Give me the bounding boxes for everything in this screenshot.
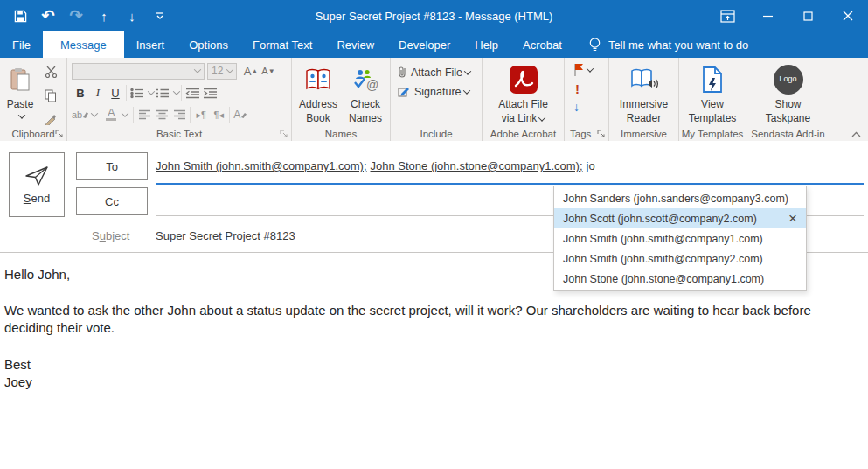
signature-icon: [398, 86, 410, 98]
low-importance-button[interactable]: ↓: [573, 100, 580, 114]
autocomplete-item[interactable]: John Stone (john.stone@company1.com): [554, 269, 806, 289]
grow-font-button[interactable]: A▲: [242, 62, 260, 80]
follow-up-flag-button[interactable]: [573, 63, 593, 77]
to-field[interactable]: John Smith (john.smith@company1.com);Joh…: [156, 159, 595, 172]
attach-file-chevron: [464, 67, 471, 74]
font-name-select[interactable]: [72, 63, 205, 80]
ltr-paragraph-button[interactable]: ▸¶: [192, 106, 210, 123]
underline-button[interactable]: U: [107, 84, 124, 102]
rtl-paragraph-button[interactable]: ¶◂: [210, 106, 227, 123]
close-button[interactable]: [828, 0, 868, 32]
ribbon-group-basic-text: 12 A▲ A▼ B I U: [67, 58, 292, 141]
tab-options[interactable]: Options: [177, 32, 240, 58]
autocomplete-item[interactable]: John Sanders (john.sanders@company3.com): [554, 188, 806, 208]
ribbon-tab-row: File Message Insert Options Format Text …: [0, 32, 868, 58]
save-icon[interactable]: [12, 8, 28, 24]
font-color-chevron: [122, 109, 128, 116]
align-center-button[interactable]: [153, 106, 170, 123]
to-button[interactable]: To: [76, 152, 148, 180]
numbering-button[interactable]: [154, 84, 171, 102]
tab-review[interactable]: Review: [324, 32, 386, 58]
ribbon-group-sendasta: Logo Show Taskpane Sendasta Add-in: [746, 58, 830, 141]
cc-button[interactable]: Cc: [76, 187, 148, 215]
svg-text:@: @: [366, 78, 378, 92]
autocomplete-dropdown: John Sanders (john.sanders@company3.com)…: [553, 186, 807, 291]
quick-access-toolbar: ↶ ↷ ↑ ↓: [0, 8, 168, 24]
ribbon-group-clipboard: Paste Clipboard: [0, 58, 67, 141]
attach-link-chevron: [538, 114, 545, 121]
autocomplete-item[interactable]: John Smith (john.smith@company2.com): [554, 248, 806, 269]
attach-file-icon: [398, 66, 406, 79]
ribbon-group-immersive: Immersive Reader Immersive: [609, 58, 679, 141]
ribbon-group-names: Address Book @ Check Names Names: [292, 58, 391, 141]
maximize-button[interactable]: [788, 0, 828, 32]
collapse-ribbon-button[interactable]: [851, 131, 861, 137]
bullets-button[interactable]: [128, 84, 146, 102]
signature-chevron: [462, 87, 469, 94]
align-right-button[interactable]: [170, 106, 188, 123]
move-up-icon[interactable]: ↑: [96, 8, 112, 24]
outlook-message-window: ↶ ↷ ↑ ↓ Super Secret Project #8123 - Mes…: [0, 0, 868, 469]
ribbon-display-options-icon[interactable]: [707, 0, 747, 32]
tab-acrobat[interactable]: Acrobat: [510, 32, 574, 58]
highlight-button[interactable]: ab: [72, 106, 89, 123]
basic-text-dialog-launcher-icon[interactable]: [280, 130, 288, 138]
align-left-button[interactable]: [135, 106, 153, 123]
ribbon-group-tags: ! ↓ Tags: [565, 58, 609, 141]
signature-button[interactable]: Signature: [398, 86, 469, 98]
to-field-underline: [156, 183, 864, 185]
window-controls: [707, 0, 868, 32]
send-icon: [24, 165, 50, 186]
cut-button[interactable]: [42, 63, 59, 80]
ribbon: Paste Clipboard: [0, 58, 868, 142]
clipboard-dialog-launcher-icon[interactable]: [55, 130, 64, 138]
acrobat-icon: [509, 64, 538, 95]
autocomplete-item-selected[interactable]: John Scott (john.scott@company2.com) ×: [554, 208, 806, 228]
send-button[interactable]: Send: [9, 152, 65, 217]
format-painter-button[interactable]: [42, 110, 59, 128]
high-importance-button[interactable]: !: [575, 81, 580, 96]
title-bar: ↶ ↷ ↑ ↓ Super Secret Project #8123 - Mes…: [0, 0, 868, 32]
tags-dialog-launcher-icon[interactable]: [597, 130, 606, 138]
font-size-select[interactable]: 12: [207, 63, 237, 80]
check-names-icon: @: [352, 64, 378, 95]
subject-field[interactable]: Super Secret Project #8123: [156, 229, 295, 242]
minimize-button[interactable]: [747, 0, 788, 32]
numbering-chevron: [173, 88, 180, 94]
body-closing: Best: [4, 356, 858, 374]
tab-format-text[interactable]: Format Text: [240, 32, 324, 58]
move-down-icon[interactable]: ↓: [124, 8, 140, 24]
remove-suggestion-close-icon[interactable]: ×: [788, 211, 797, 226]
recipient-chip[interactable]: John Smith (john.smith@company1.com);: [156, 159, 367, 172]
sendasta-logo-icon: Logo: [774, 64, 803, 95]
clear-formatting-button[interactable]: A: [232, 106, 249, 123]
qat-customize-icon[interactable]: [152, 8, 168, 24]
attach-file-button[interactable]: Attach File: [398, 66, 470, 79]
body-paragraph: We wanted to ask the other John about a …: [4, 302, 845, 337]
italic-button[interactable]: I: [89, 84, 107, 102]
bold-button[interactable]: B: [72, 84, 89, 102]
tab-insert[interactable]: Insert: [124, 32, 177, 58]
copy-button[interactable]: [42, 87, 59, 104]
increase-indent-button[interactable]: [201, 84, 219, 102]
tab-file[interactable]: File: [0, 32, 43, 58]
immersive-reader-icon: [629, 64, 659, 95]
font-color-button[interactable]: A: [102, 106, 120, 123]
tell-me-box[interactable]: Tell me what you want to do: [574, 32, 748, 58]
shrink-font-button[interactable]: A▼: [260, 62, 277, 80]
to-typed-text: jo: [587, 159, 595, 172]
tab-developer[interactable]: Developer: [386, 32, 462, 58]
address-book-icon: [305, 64, 331, 95]
undo-icon[interactable]: ↶: [40, 8, 56, 24]
highlight-chevron: [91, 109, 98, 116]
paste-icon: [10, 64, 31, 95]
ribbon-filler: [830, 58, 868, 141]
tab-message[interactable]: Message: [43, 32, 124, 58]
recipient-chip[interactable]: John Stone (john.stone@company1.com);: [371, 159, 583, 172]
tab-help[interactable]: Help: [462, 32, 510, 58]
ribbon-group-include: Attach File Signature Include: [391, 58, 483, 141]
autocomplete-item[interactable]: John Smith (john.smith@company1.com): [554, 228, 806, 248]
flag-icon: [573, 63, 585, 77]
subject-label: Subject: [92, 229, 129, 242]
decrease-indent-button[interactable]: [184, 84, 201, 102]
